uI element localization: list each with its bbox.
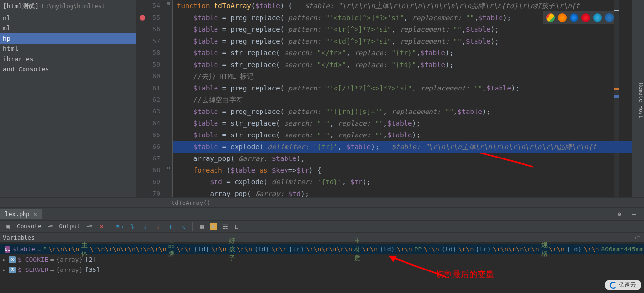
code-line[interactable]: foreach ($table as $key=>$tr) { bbox=[173, 164, 632, 176]
project-name: [html测试] bbox=[3, 2, 39, 11]
line-number[interactable]: 68 bbox=[137, 164, 160, 176]
variable-row[interactable]: ▶⦿$_SERVER = {array} [35] bbox=[0, 265, 644, 275]
line-number[interactable]: 58 bbox=[137, 47, 160, 59]
variable-row[interactable]: 01$table = "\r\n\r\n主体\r\n\r\n\r\n\r\n\r… bbox=[0, 244, 644, 254]
project-title-row: [html测试] E:\myblog\htmltest bbox=[0, 0, 136, 13]
code-line[interactable]: $table = preg_replace( pattern: "'([rn])… bbox=[173, 106, 632, 117]
pin-icon[interactable]: →≡ bbox=[633, 233, 640, 242]
code-line[interactable]: $table = preg_replace( pattern: "'<td[^>… bbox=[173, 35, 632, 47]
step-over-icon[interactable]: ⤵ bbox=[128, 222, 138, 231]
code-editor[interactable]: function tdToArray($table) { $table: "\r… bbox=[173, 0, 632, 197]
code-line[interactable]: $table = str_replace( search: "</tr>", r… bbox=[173, 47, 632, 59]
code-line[interactable]: $td = explode( delimiter: '{td}', $tr); bbox=[173, 176, 632, 188]
code-line[interactable]: $table = str_replace( search: "</td>", r… bbox=[173, 59, 632, 70]
line-gutter[interactable]: 5455565758596061626364656667686970 bbox=[137, 0, 167, 197]
console-dropdown-icon[interactable]: →≡ bbox=[46, 222, 55, 231]
code-line[interactable]: array_pop( &array: $table); bbox=[173, 153, 632, 164]
gear-icon[interactable]: ⚙ bbox=[615, 209, 624, 219]
code-line[interactable]: array_pop( &array: $td); bbox=[173, 188, 632, 197]
line-number[interactable]: 63 bbox=[137, 106, 160, 117]
force-step-into-icon[interactable]: ↓ bbox=[153, 222, 163, 231]
tree-item[interactable]: nl bbox=[0, 13, 136, 23]
tree-item[interactable]: ibraries bbox=[0, 54, 136, 64]
line-number[interactable]: 54 bbox=[137, 0, 160, 12]
line-number[interactable]: 67 bbox=[137, 153, 160, 164]
step-into-icon[interactable]: ↓ bbox=[141, 222, 150, 231]
close-icon[interactable]: × bbox=[34, 211, 37, 218]
line-number[interactable]: 56 bbox=[137, 23, 160, 35]
show-exec-point-icon[interactable]: ≡→ bbox=[115, 222, 125, 231]
project-path: E:\myblog\htmltest bbox=[42, 3, 105, 10]
output-label[interactable]: Output bbox=[58, 223, 81, 230]
safari-icon[interactable] bbox=[570, 13, 578, 22]
debug-toolbar: ▣ Console →≡ Output →≡ ✖ ≡→ ⤵ ↓ ↓ ↑ ↘ ▦ … bbox=[0, 220, 644, 232]
annotation-text: 切割最后的变量 bbox=[436, 269, 494, 280]
line-number[interactable]: 60 bbox=[137, 70, 160, 82]
tree-item[interactable]: html bbox=[0, 44, 136, 54]
code-line[interactable]: function tdToArray($table) { $table: "\r… bbox=[173, 0, 632, 12]
line-number[interactable]: 66 bbox=[137, 141, 160, 153]
var-badge: ⦿ bbox=[9, 256, 16, 263]
expand-icon[interactable]: ▶ bbox=[3, 268, 7, 272]
expand-icon[interactable]: ▶ bbox=[3, 257, 7, 262]
settings-icon[interactable]: ☵ bbox=[220, 222, 230, 231]
code-line[interactable]: $table = explode( delimiter: '{tr}', $ta… bbox=[173, 141, 632, 153]
variables-panel[interactable]: 01$table = "\r\n\r\n主体\r\n\r\n\r\n\r\n\r… bbox=[0, 242, 644, 277]
right-tool-strip[interactable]: Remote Host Database bbox=[632, 0, 644, 197]
opera-icon[interactable] bbox=[581, 13, 590, 22]
var-badge: ⦿ bbox=[9, 267, 16, 273]
fold-icon[interactable]: ⊟ bbox=[167, 1, 172, 5]
breakpoint-icon[interactable] bbox=[140, 15, 145, 21]
line-number[interactable]: 70 bbox=[137, 188, 160, 200]
line-number[interactable]: 57 bbox=[137, 35, 160, 47]
console-icon[interactable]: ▣ bbox=[3, 222, 13, 231]
tree-item[interactable]: hp bbox=[0, 33, 136, 44]
close-output-icon[interactable]: ✖ bbox=[97, 222, 107, 231]
code-line[interactable]: $table = str_replace( search: " ", repla… bbox=[173, 117, 632, 129]
project-sidebar[interactable]: [html测试] E:\myblog\htmltest nlmlhphtmlib… bbox=[0, 0, 137, 197]
console-label[interactable]: Console bbox=[16, 223, 43, 230]
breadcrumb[interactable]: tdToArray() bbox=[0, 197, 644, 208]
debug-tab-row: lex.php× ⚙ — bbox=[0, 208, 644, 220]
layout-icon[interactable]: ⫍ bbox=[233, 222, 243, 231]
code-line[interactable]: $table = str_replace( search: " ", repla… bbox=[173, 129, 632, 141]
step-out-icon[interactable]: ↑ bbox=[166, 222, 176, 231]
code-line[interactable]: //去掉空白字符 bbox=[173, 94, 632, 106]
edge-icon[interactable] bbox=[605, 13, 614, 22]
tree-item[interactable]: and Consoles bbox=[0, 64, 136, 74]
debug-tab[interactable]: lex.php× bbox=[0, 209, 42, 219]
minimize-icon[interactable]: — bbox=[629, 209, 639, 219]
fold-icon[interactable]: ⊟ bbox=[167, 165, 172, 170]
fold-column[interactable]: ⊟⊟ bbox=[167, 0, 173, 197]
watch-icon[interactable]: 👁 bbox=[210, 223, 217, 230]
code-line[interactable]: $table = preg_replace( pattern: "'<[/!]*… bbox=[173, 82, 632, 94]
evaluate-icon[interactable]: ▦ bbox=[197, 222, 207, 231]
chrome-icon[interactable] bbox=[546, 13, 555, 22]
line-number[interactable]: 55 bbox=[137, 12, 160, 23]
code-line[interactable]: $table = preg_replace( pattern: "'<tr[^>… bbox=[173, 23, 632, 35]
variable-row[interactable]: ▶⦿$_COOKIE = {array} [2] bbox=[0, 254, 644, 265]
minimap[interactable] bbox=[614, 0, 619, 197]
watermark: 亿速云 bbox=[605, 280, 641, 290]
run-to-cursor-icon[interactable]: ↘ bbox=[179, 222, 189, 231]
browser-icons[interactable] bbox=[543, 11, 617, 24]
line-number[interactable]: 59 bbox=[137, 59, 160, 70]
line-number[interactable]: 65 bbox=[137, 129, 160, 141]
code-line[interactable]: //去掉 HTML 标记 bbox=[173, 70, 632, 82]
output-dropdown-icon[interactable]: →≡ bbox=[84, 222, 94, 231]
variables-header: Variables →≡ bbox=[0, 232, 644, 242]
tree-item[interactable]: ml bbox=[0, 23, 136, 33]
line-number[interactable]: 61 bbox=[137, 82, 160, 94]
line-number[interactable]: 69 bbox=[137, 176, 160, 188]
line-number[interactable]: 64 bbox=[137, 117, 160, 129]
line-number[interactable]: 62 bbox=[137, 94, 160, 106]
tool-remote-host[interactable]: Remote Host bbox=[638, 4, 644, 197]
firefox-icon[interactable] bbox=[558, 13, 567, 22]
ie-icon[interactable] bbox=[593, 13, 602, 22]
var-badge: 01 bbox=[5, 246, 10, 253]
watermark-icon bbox=[610, 282, 617, 289]
